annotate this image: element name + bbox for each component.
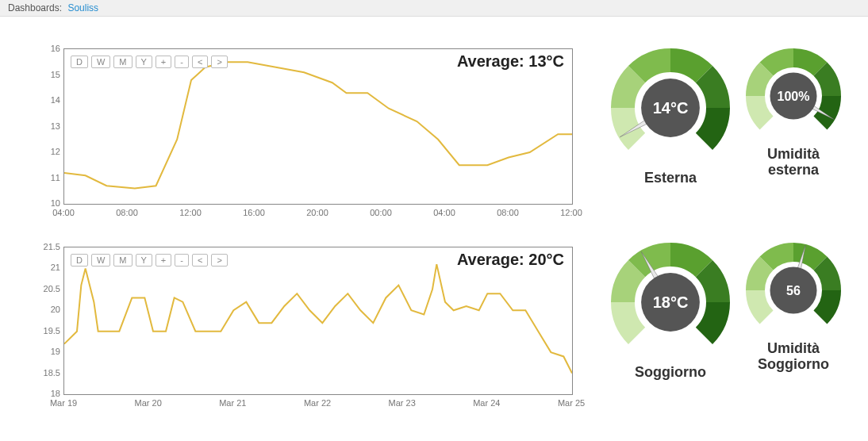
gauge-value: 14°C	[653, 99, 689, 117]
chart-range-button-Y[interactable]: Y	[136, 56, 152, 68]
chart-series-line	[64, 62, 572, 188]
y-tick-label: 16	[29, 44, 60, 53]
y-tick-label: 15	[29, 70, 60, 79]
x-tick-label: Mar 22	[298, 398, 337, 408]
y-tick-label: 20	[29, 305, 60, 314]
charts-column: DWMY+-<>Average: 13°C1011121314151604:00…	[24, 48, 579, 437]
chart-range-button-zoom-in[interactable]: +	[156, 254, 171, 267]
dashboards-label: Dashboards:	[8, 2, 62, 13]
x-tick-label: Mar 21	[213, 398, 252, 408]
top-nav-bar: Dashboards: Souliss	[0, 0, 868, 17]
y-tick-label: 21	[29, 263, 60, 272]
gauge-label: UmiditàSoggiorno	[758, 341, 829, 373]
gauge-label: Esterna	[644, 171, 697, 186]
chart-0: DWMY+-<>Average: 13°C1011121314151604:00…	[24, 48, 579, 239]
gauge-box: 100%Umiditàesterna	[746, 48, 841, 211]
dashboard-link-souliss[interactable]: Souliss	[67, 2, 98, 13]
x-tick-label: Mar 19	[44, 398, 83, 408]
chart-range-button-zoom-in[interactable]: +	[156, 56, 171, 68]
chart-range-button-Y[interactable]: Y	[136, 254, 152, 267]
x-tick-label: 04:00	[424, 208, 464, 217]
y-tick-label: 20.5	[29, 284, 60, 293]
gauge-value: 56	[786, 284, 801, 297]
y-tick-label: 13	[29, 121, 60, 131]
chart-title: Average: 13°C	[457, 52, 564, 71]
y-tick-label: 14	[29, 95, 60, 105]
chart-range-button-D[interactable]: D	[71, 254, 88, 267]
content-area: DWMY+-<>Average: 13°C1011121314151604:00…	[0, 17, 868, 437]
x-tick-label: Mar 20	[129, 398, 168, 408]
y-tick-label: 11	[29, 173, 60, 182]
chart-range-button-M[interactable]: M	[113, 56, 132, 68]
y-tick-label: 19	[29, 347, 60, 356]
chart-range-button-next[interactable]: >	[211, 56, 227, 68]
y-tick-label: 12	[29, 147, 60, 156]
x-tick-label: 16:00	[234, 208, 274, 217]
gauges-column: 14°CEsterna100%Umiditàesterna18°CSoggior…	[579, 48, 868, 437]
chart-range-button-prev[interactable]: <	[192, 254, 208, 267]
x-tick-label: 12:00	[171, 208, 210, 217]
chart-range-button-W[interactable]: W	[91, 56, 110, 68]
x-tick-label: 00:00	[361, 208, 401, 217]
y-tick-label: 18.5	[29, 368, 60, 378]
x-tick-label: 20:00	[298, 208, 337, 217]
chart-range-button-next[interactable]: >	[211, 254, 227, 267]
x-tick-label: 08:00	[107, 208, 147, 217]
chart-range-button-prev[interactable]: <	[192, 56, 208, 68]
x-tick-label: Mar 23	[382, 398, 422, 408]
y-tick-label: 10	[29, 198, 60, 208]
chart-range-button-M[interactable]: M	[113, 254, 132, 267]
chart-range-button-zoom-out[interactable]: -	[175, 254, 189, 267]
gauge-value: 100%	[778, 90, 810, 103]
x-tick-label: 08:00	[488, 208, 528, 217]
chart-title: Average: 20°C	[457, 251, 564, 269]
chart-series-line	[64, 264, 572, 373]
chart-range-button-W[interactable]: W	[91, 254, 110, 267]
gauge-value: 18°C	[653, 293, 689, 311]
chart-1: DWMY+-<>Average: 20°C1818.51919.52020.52…	[24, 247, 579, 429]
gauge-box: 18°CSoggiorno	[611, 243, 730, 405]
gauge-box: 56UmiditàSoggiorno	[746, 243, 841, 405]
y-tick-label: 18	[29, 389, 60, 398]
y-tick-label: 21.5	[29, 242, 60, 251]
x-tick-label: Mar 24	[467, 398, 506, 408]
gauge-box: 14°CEsterna	[611, 48, 730, 211]
x-tick-label: 04:00	[44, 208, 83, 217]
x-tick-label: 12:00	[551, 208, 591, 217]
gauge-label: Umiditàesterna	[767, 147, 820, 178]
x-tick-label: Mar 25	[551, 398, 591, 408]
gauge-label: Soggiorno	[635, 365, 706, 381]
y-tick-label: 19.5	[29, 326, 60, 336]
chart-range-button-zoom-out[interactable]: -	[175, 56, 189, 68]
chart-range-button-D[interactable]: D	[71, 56, 88, 68]
